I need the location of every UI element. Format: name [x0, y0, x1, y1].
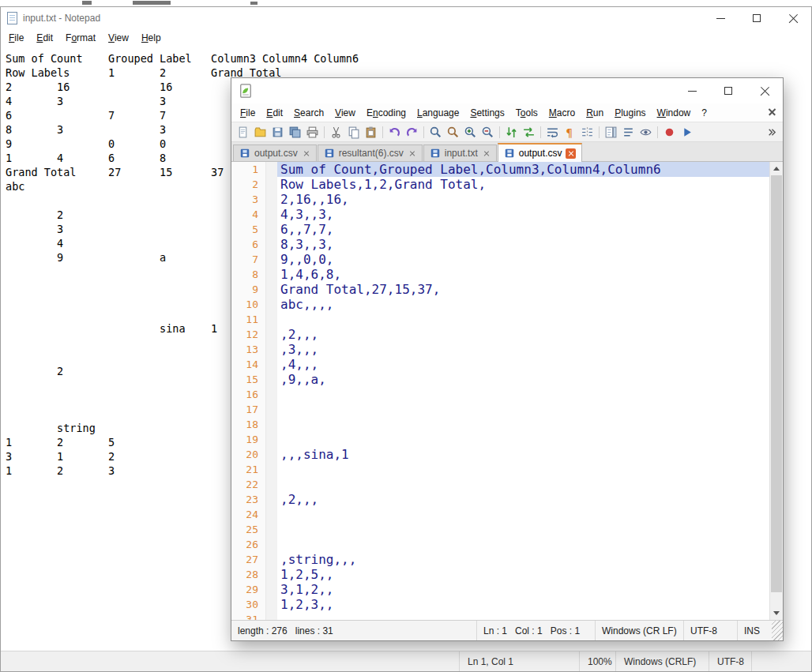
tab-input.txt[interactable]: input.txt: [423, 145, 497, 161]
editor-line[interactable]: 10abc,,,,: [231, 297, 769, 312]
save-all-icon[interactable]: [287, 124, 303, 141]
line-text[interactable]: [277, 402, 769, 417]
npp-menu-settings[interactable]: Settings: [464, 107, 509, 118]
line-text[interactable]: abc,,,,: [277, 297, 769, 312]
editor-line[interactable]: 79,,0,0,: [231, 252, 769, 267]
minimize-button[interactable]: [674, 78, 710, 103]
editor-line[interactable]: 15,9,,a,: [231, 372, 769, 387]
line-text[interactable]: [277, 612, 769, 620]
redo-icon[interactable]: [404, 124, 420, 141]
editor-lines[interactable]: 1Sum of Count,Grouped Label,Column3,Colu…: [231, 162, 769, 620]
tab-output.csv[interactable]: output.csv: [233, 145, 317, 161]
editor-line[interactable]: 18: [231, 417, 769, 432]
npp-menu-edit[interactable]: Edit: [261, 107, 288, 118]
editor-vertical-scrollbar[interactable]: [769, 162, 783, 620]
npp-menu-language[interactable]: Language: [412, 107, 464, 118]
editor-line[interactable]: 1Sum of Count,Grouped Label,Column3,Colu…: [231, 162, 769, 177]
editor-line[interactable]: 20,,,sina,1: [231, 447, 769, 462]
maximize-button[interactable]: [710, 78, 746, 103]
line-text[interactable]: ,,,sina,1: [277, 447, 769, 462]
npp-menu-help[interactable]: ?: [696, 107, 712, 118]
line-text[interactable]: ,string,,,: [277, 552, 769, 567]
editor-line[interactable]: 14,4,,,: [231, 357, 769, 372]
minimize-button[interactable]: [702, 7, 739, 29]
npp-menu-tools[interactable]: Tools: [510, 107, 543, 118]
line-text[interactable]: ,3,,,: [277, 342, 769, 357]
line-text[interactable]: 2,16,,16,: [277, 192, 769, 207]
replace-icon[interactable]: [445, 124, 461, 141]
line-text[interactable]: [277, 387, 769, 402]
play-macro-icon[interactable]: [679, 124, 695, 141]
close-button[interactable]: [775, 7, 811, 29]
word-wrap-icon[interactable]: [544, 124, 561, 141]
npp-titlebar[interactable]: [231, 78, 783, 103]
function-list-icon[interactable]: [620, 124, 637, 141]
editor-line[interactable]: 25: [231, 522, 769, 537]
sync-horizontal-icon[interactable]: [521, 124, 537, 141]
editor-line[interactable]: 23,2,,,: [231, 492, 769, 507]
editor-line[interactable]: 31: [231, 612, 769, 620]
npp-menu-search[interactable]: Search: [288, 107, 329, 118]
maximize-button[interactable]: [739, 7, 775, 29]
editor-line[interactable]: 21: [231, 462, 769, 477]
npp-menu-macro[interactable]: Macro: [543, 107, 581, 118]
npp-menu-file[interactable]: File: [235, 107, 261, 118]
editor-line[interactable]: 9Grand Total,27,15,37,: [231, 282, 769, 297]
notepad-menu-edit[interactable]: Edit: [30, 32, 59, 43]
tab-output.csv[interactable]: output.csv: [498, 143, 583, 162]
notepad-menu-format[interactable]: Format: [59, 32, 102, 43]
line-text[interactable]: 6,,7,7,: [277, 222, 769, 237]
notepad-titlebar[interactable]: input.txt - Notepad: [1, 7, 811, 29]
line-text[interactable]: ,2,,,: [277, 327, 769, 342]
npp-menu-view[interactable]: View: [329, 107, 361, 118]
open-folder-icon[interactable]: [252, 124, 269, 141]
editor-line[interactable]: 19: [231, 432, 769, 447]
scroll-up-button[interactable]: [770, 162, 783, 175]
doc-map-icon[interactable]: [603, 124, 619, 141]
cut-icon[interactable]: [328, 124, 344, 141]
editor-line[interactable]: 26: [231, 537, 769, 552]
paste-icon[interactable]: [363, 124, 379, 141]
line-text[interactable]: 9,,0,0,: [277, 252, 769, 267]
line-text[interactable]: [277, 462, 769, 477]
line-text[interactable]: ,9,,a,: [277, 372, 769, 387]
print-icon[interactable]: [304, 124, 321, 141]
npp-menu-window[interactable]: Window: [652, 107, 697, 118]
editor-line[interactable]: 12,2,,,: [231, 327, 769, 342]
notepad-menu-help[interactable]: Help: [135, 32, 167, 43]
sync-vertical-icon[interactable]: [503, 124, 520, 141]
line-text[interactable]: Grand Total,27,15,37,: [277, 282, 769, 297]
resize-grip[interactable]: [772, 621, 783, 640]
line-text[interactable]: 8,3,,3,: [277, 237, 769, 252]
editor-line[interactable]: 24: [231, 507, 769, 522]
npp-menu-encoding[interactable]: Encoding: [361, 107, 412, 118]
editor-line[interactable]: 16: [231, 387, 769, 402]
scrollbar-track[interactable]: [770, 592, 783, 606]
zoom-in-icon[interactable]: [462, 124, 479, 141]
tab-close-icon[interactable]: [566, 148, 576, 159]
editor-line[interactable]: 56,,7,7,: [231, 222, 769, 237]
editor-line[interactable]: 11: [231, 312, 769, 327]
editor-line[interactable]: 22: [231, 477, 769, 492]
line-text[interactable]: 1,2,5,,: [277, 567, 769, 582]
line-text[interactable]: 1,2,3,,: [277, 597, 769, 612]
line-text[interactable]: 3,1,2,,: [277, 582, 769, 597]
line-text[interactable]: [277, 432, 769, 447]
line-text[interactable]: [277, 312, 769, 327]
tab-close-icon[interactable]: [408, 149, 416, 158]
zoom-out-icon[interactable]: [479, 124, 496, 141]
npp-menu-plugins[interactable]: Plugins: [609, 107, 651, 118]
line-text[interactable]: [277, 477, 769, 492]
editor-line[interactable]: 2Row Labels,1,2,Grand Total,: [231, 177, 769, 192]
scroll-down-button[interactable]: [770, 606, 783, 620]
editor-line[interactable]: 44,3,,3,: [231, 207, 769, 222]
line-text[interactable]: [277, 507, 769, 522]
editor-line[interactable]: 27,string,,,: [231, 552, 769, 567]
show-all-characters-icon[interactable]: ¶: [562, 124, 578, 141]
save-icon[interactable]: [269, 124, 286, 141]
menubar-close-icon[interactable]: [768, 107, 776, 116]
npp-editor[interactable]: 1Sum of Count,Grouped Label,Column3,Colu…: [231, 162, 783, 620]
undo-icon[interactable]: [386, 124, 403, 141]
editor-line[interactable]: 293,1,2,,: [231, 582, 769, 597]
editor-line[interactable]: 301,2,3,,: [231, 597, 769, 612]
